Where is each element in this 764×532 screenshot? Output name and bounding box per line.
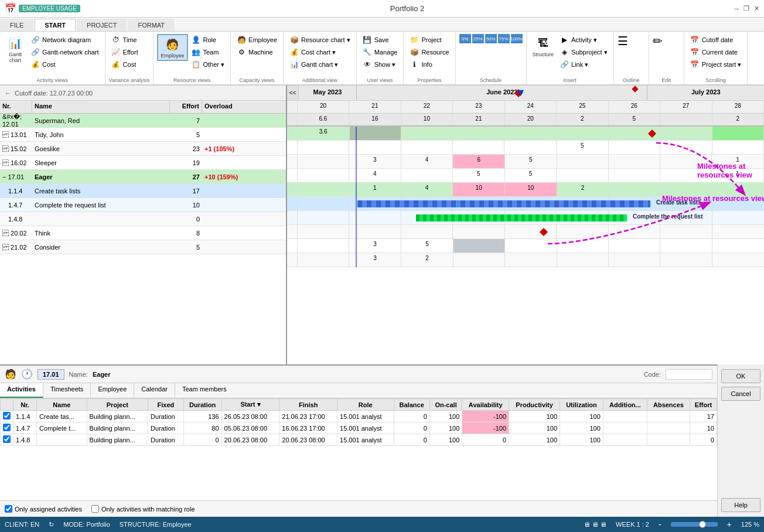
manage-view-button[interactable]: 🔧 Manage [360, 46, 400, 58]
status-zoom-plus[interactable]: + [727, 520, 732, 529]
subproject-button[interactable]: ◈ Subproject ▾ [557, 46, 610, 58]
row-check[interactable] [1, 422, 13, 434]
back-button[interactable]: ← [5, 90, 11, 97]
th-productivity[interactable]: Productivity [509, 399, 560, 411]
status-zoom-minus[interactable]: - [659, 520, 661, 529]
th-effort[interactable]: Effort [690, 399, 717, 411]
cost-variance-button[interactable]: 💰 Cost [109, 59, 141, 70]
window-controls[interactable]: ─ ❐ ✕ [734, 5, 759, 12]
c-val: 5 [505, 155, 557, 168]
cancel-button[interactable]: Cancel [721, 387, 760, 401]
network-diagram-label: Network diagram [42, 36, 91, 43]
insert-small: ▶ Activity ▾ ◈ Subproject ▾ 🔗 Link ▾ [557, 34, 610, 70]
collapse-button[interactable]: << [287, 86, 299, 100]
status-refresh-icon[interactable]: ↻ [49, 521, 54, 528]
scroll-down-indicator: ▼ [516, 87, 526, 99]
tab-activities[interactable]: Activities [0, 383, 43, 398]
th-role[interactable]: Role [337, 399, 394, 411]
other-button[interactable]: 📋 Other ▾ [189, 59, 227, 70]
link-button[interactable]: 🔗 Link ▾ [557, 59, 610, 70]
additional-content: 📦 Resource chart ▾ 💰 Cost chart ▾ 📊 Gant… [287, 34, 353, 76]
outline-icon: ☰ [618, 34, 628, 48]
network-diagram-button[interactable]: 🔗 Network diagram [28, 34, 101, 46]
resource-code-input[interactable] [666, 369, 712, 380]
structure-button[interactable]: 🏗 Structure [530, 34, 557, 59]
th-balance[interactable]: Balance [394, 399, 429, 411]
gantt-network-button[interactable]: 🔗 Gantt-network chart [28, 46, 101, 58]
row-name: Create tas... [37, 411, 87, 422]
effort-button[interactable]: 📈 Effort [109, 46, 141, 58]
chart-data-row: 5 [287, 141, 764, 155]
th-start[interactable]: Start ▾ [221, 399, 279, 411]
row-duration: 80 [183, 422, 221, 434]
activities-table-container[interactable]: Nr. Name Project Fixed Duration Start ▾ … [0, 398, 717, 500]
row-utilization: 100 [560, 411, 603, 422]
manage-view-icon: 🔧 [363, 47, 372, 57]
tab-file[interactable]: FILE [0, 19, 33, 31]
time-button[interactable]: ⏱ Time [109, 34, 141, 46]
day-27: 27 [660, 101, 712, 113]
th-utilization[interactable]: Utilization [560, 399, 603, 411]
row-finish: 16.06.23 17:00 [279, 422, 337, 434]
tab-team-members[interactable]: Team members [175, 383, 234, 398]
tab-project[interactable]: PROJECT [77, 19, 127, 31]
show-view-button[interactable]: 👁 Show ▾ [360, 59, 400, 70]
th-fixed[interactable]: Fixed [148, 399, 184, 411]
th-nr[interactable]: Nr. [13, 399, 37, 411]
th-name[interactable]: Name [37, 399, 87, 411]
cutoff-date-scroll-button[interactable]: 📅 Cutoff date [688, 34, 744, 46]
help-button[interactable]: Help [721, 498, 760, 512]
only-assigned-checkbox[interactable] [5, 505, 12, 513]
gantt-chart-button[interactable]: 📊 Ganttchart [4, 34, 27, 64]
info-button[interactable]: ℹ Info [407, 59, 451, 70]
th-addition[interactable]: Addition... [603, 399, 647, 411]
th-oncall[interactable]: On-call [429, 399, 462, 411]
team-icon: 👥 [192, 47, 201, 57]
row-checkbox[interactable] [3, 424, 11, 431]
tab-format[interactable]: FORMAT [128, 19, 175, 31]
resource-chart-button[interactable]: 📦 Resource chart ▾ [287, 34, 353, 46]
ok-button[interactable]: OK [721, 369, 760, 383]
only-matching-checkbox[interactable] [91, 505, 99, 513]
row-check[interactable] [1, 434, 13, 446]
tab-employee[interactable]: Employee [91, 383, 134, 398]
resource-props-label: Resource [421, 49, 449, 56]
row-overload [202, 218, 261, 220]
employee-button[interactable]: 🧑 Employee [157, 34, 187, 61]
minimize-button[interactable]: ─ [734, 5, 739, 12]
current-date-button[interactable]: 📅 Current date [688, 46, 744, 58]
chart-data-row: Complete the request list [287, 211, 764, 225]
row-role: 15.001 analyst [337, 434, 394, 446]
team-button[interactable]: 👥 Team [189, 46, 227, 58]
activity-insert-button[interactable]: ▶ Activity ▾ [557, 34, 610, 46]
project-props-button[interactable]: 📁 Project [407, 34, 451, 46]
c-val [557, 239, 609, 253]
tab-calendar[interactable]: Calendar [134, 383, 175, 398]
zoom-thumb[interactable] [699, 521, 706, 528]
save-view-button[interactable]: 💾 Save [360, 34, 400, 46]
capacity-employee-button[interactable]: 🧑 Employee [234, 34, 279, 46]
row-check[interactable] [1, 411, 13, 422]
cost-view-button[interactable]: 💰 Cost [28, 59, 101, 70]
c-val: 3.6 [298, 127, 350, 140]
capacity-machine-button[interactable]: ⚙ Machine [234, 46, 279, 58]
row-checkbox[interactable] [3, 435, 11, 443]
close-button[interactable]: ✕ [754, 5, 759, 12]
gantt-chart-additional-button[interactable]: 📊 Gantt chart ▾ [287, 59, 353, 70]
project-start-button[interactable]: 📅 Project start ▾ [688, 59, 744, 70]
th-absences[interactable]: Absences [647, 399, 690, 411]
tab-start[interactable]: START [35, 19, 76, 31]
th-project[interactable]: Project [87, 399, 148, 411]
cost-chart-button[interactable]: 💰 Cost chart ▾ [287, 46, 353, 58]
resource-props-button[interactable]: 📦 Resource [407, 46, 451, 58]
th-finish[interactable]: Finish [279, 399, 337, 411]
row-absences [647, 422, 690, 434]
c-spacer [287, 239, 298, 253]
restore-button[interactable]: ❐ [743, 5, 749, 12]
th-availability[interactable]: Availability [462, 399, 509, 411]
th-duration[interactable]: Duration [183, 399, 221, 411]
role-button[interactable]: 👤 Role [189, 34, 227, 46]
tab-timesheets[interactable]: Timesheets [43, 383, 91, 398]
c-val [453, 127, 505, 140]
row-checkbox[interactable] [3, 412, 11, 420]
